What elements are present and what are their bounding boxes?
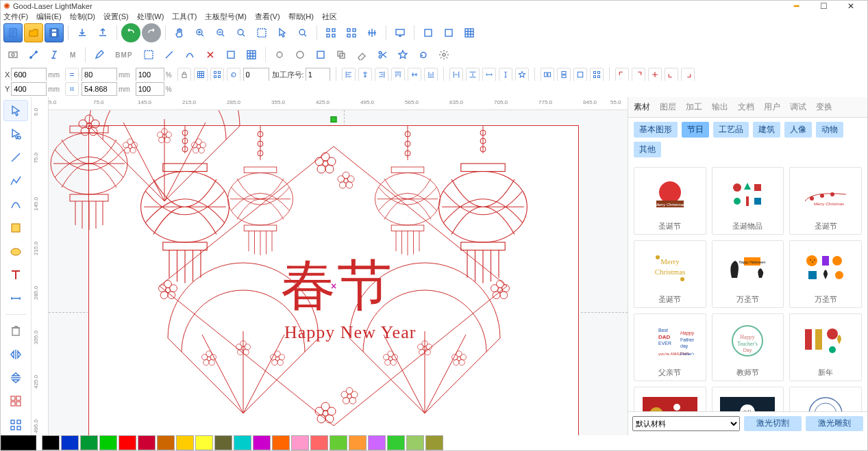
tile-h-button[interactable] (419, 23, 438, 42)
anchor-grid-icon[interactable] (194, 68, 208, 81)
stop-button[interactable] (290, 45, 310, 64)
snap-botleft-icon[interactable] (665, 68, 678, 81)
color-swatch[interactable] (368, 435, 386, 450)
material-item[interactable]: MerryChristmas圣诞节 (634, 240, 706, 308)
line-tool-button[interactable] (160, 45, 179, 64)
tile-v-button[interactable] (439, 23, 458, 42)
cut-shapes-button[interactable] (373, 45, 392, 64)
lock-aspect-icon[interactable] (177, 68, 191, 81)
laser-engrave-button[interactable]: 激光雕刻 (806, 416, 863, 431)
center-page-icon[interactable] (515, 68, 529, 81)
group-button[interactable] (321, 23, 340, 42)
grid-array-icon[interactable] (210, 68, 224, 81)
same-size-icon[interactable] (573, 68, 587, 81)
line-tool[interactable] (3, 147, 28, 168)
coord-x-input[interactable] (11, 68, 47, 81)
redo-button[interactable] (142, 23, 161, 42)
menu-help[interactable]: 帮助(H) (288, 12, 314, 22)
ungroup-button[interactable] (342, 23, 361, 42)
same-width-icon[interactable] (541, 68, 554, 81)
window-maximize-button[interactable]: ☐ (810, 1, 837, 11)
color-swatch[interactable] (99, 435, 117, 450)
laser-cut-button[interactable]: 激光切割 (744, 416, 802, 431)
color-swatch[interactable] (349, 435, 367, 450)
cat-building[interactable]: 建筑 (753, 122, 780, 138)
cat-other[interactable]: 其他 (634, 142, 661, 157)
snap-topright-icon[interactable] (632, 68, 645, 81)
zoom-in-button[interactable] (190, 23, 210, 42)
zoom-selection-button[interactable] (252, 23, 271, 42)
bmp-button[interactable]: BMP (110, 45, 137, 64)
color-swatch[interactable] (80, 435, 98, 450)
camera-button[interactable] (3, 45, 23, 64)
dist-h-icon[interactable] (449, 68, 463, 81)
node-tool[interactable] (3, 124, 28, 144)
tab-output[interactable]: 输出 (712, 101, 728, 113)
selection-handle-top[interactable] (331, 116, 337, 123)
align-vcenter-icon[interactable] (408, 68, 421, 81)
cat-animal[interactable]: 动物 (816, 122, 843, 138)
material-item[interactable]: 万圣节 (789, 240, 862, 308)
dimension-tool[interactable] (3, 288, 28, 309)
tab-layers[interactable]: 图层 (660, 101, 676, 113)
layers-button[interactable] (242, 45, 261, 64)
menu-process[interactable]: 处理(W) (137, 12, 164, 22)
menu-community[interactable]: 社区 (322, 12, 337, 22)
cat-craft[interactable]: 工艺品 (713, 122, 749, 138)
align-bottom-icon[interactable] (424, 68, 438, 81)
align-right-icon[interactable] (375, 68, 388, 81)
material-item[interactable]: 新年 (789, 313, 862, 381)
tab-user[interactable]: 用户 (764, 101, 780, 113)
cat-holiday[interactable]: 节日 (682, 122, 709, 138)
wand-button[interactable] (393, 45, 412, 64)
color-swatch[interactable] (406, 435, 424, 450)
menu-tools[interactable]: 工具(T) (172, 12, 197, 22)
settings-button[interactable] (434, 45, 454, 64)
align-button[interactable] (362, 23, 382, 42)
window-close-button[interactable]: ✕ (837, 1, 865, 11)
material-item[interactable]: Happy Halloween万圣节 (712, 240, 784, 308)
material-item[interactable]: 春节春节 (634, 387, 706, 411)
scale-y-input[interactable] (136, 82, 164, 96)
material-select[interactable]: 默认材料 (632, 416, 740, 431)
pan-button[interactable] (170, 23, 189, 42)
snap-botright-icon[interactable] (681, 68, 695, 81)
delete-tool[interactable] (3, 320, 28, 341)
cat-portrait[interactable]: 人像 (784, 122, 812, 138)
color-swatch[interactable] (291, 435, 309, 450)
tab-process[interactable]: 加工 (686, 101, 702, 113)
space-h-icon[interactable] (482, 68, 496, 81)
ellipse-tool[interactable] (3, 241, 28, 261)
menu-view[interactable]: 查看(V) (255, 12, 280, 22)
material-item[interactable]: BestDADEVERHappyFather'sdayyou're AMAZIN… (634, 313, 706, 381)
job-order-input[interactable] (306, 68, 330, 81)
array-red-tool[interactable] (3, 391, 28, 411)
material-item[interactable]: HappyTeacher'sDay教师节 (712, 313, 784, 381)
import-button[interactable] (73, 23, 92, 42)
color-swatch[interactable] (176, 435, 194, 450)
color-swatch[interactable] (310, 435, 328, 450)
canvas[interactable]: × (49, 110, 628, 435)
same-height-icon[interactable] (557, 68, 571, 81)
color-swatch[interactable] (425, 435, 443, 450)
m-mode-button[interactable]: M (65, 45, 81, 64)
reload-button[interactable] (414, 45, 433, 64)
color-swatch[interactable] (330, 435, 347, 450)
monitor-button[interactable] (390, 23, 410, 42)
select-tool[interactable] (3, 100, 28, 120)
zoom-actual-button[interactable] (293, 23, 312, 42)
tab-transform[interactable]: 变换 (816, 101, 832, 113)
snap-center-icon[interactable] (648, 68, 662, 81)
color-swatch[interactable] (234, 435, 251, 450)
open-button[interactable] (24, 23, 43, 42)
material-item[interactable]: 中秋中秋节 (712, 387, 784, 411)
polyline-tool[interactable] (3, 170, 28, 191)
zoom-pointer-button[interactable] (273, 23, 292, 42)
tab-debug[interactable]: 调试 (790, 101, 806, 113)
undo-button[interactable] (121, 23, 140, 42)
outline-button[interactable] (221, 45, 240, 64)
rect-tool[interactable] (3, 218, 28, 238)
color-swatch[interactable] (42, 435, 60, 450)
tab-material[interactable]: 素材 (634, 101, 650, 113)
color-swatch[interactable] (157, 435, 175, 450)
